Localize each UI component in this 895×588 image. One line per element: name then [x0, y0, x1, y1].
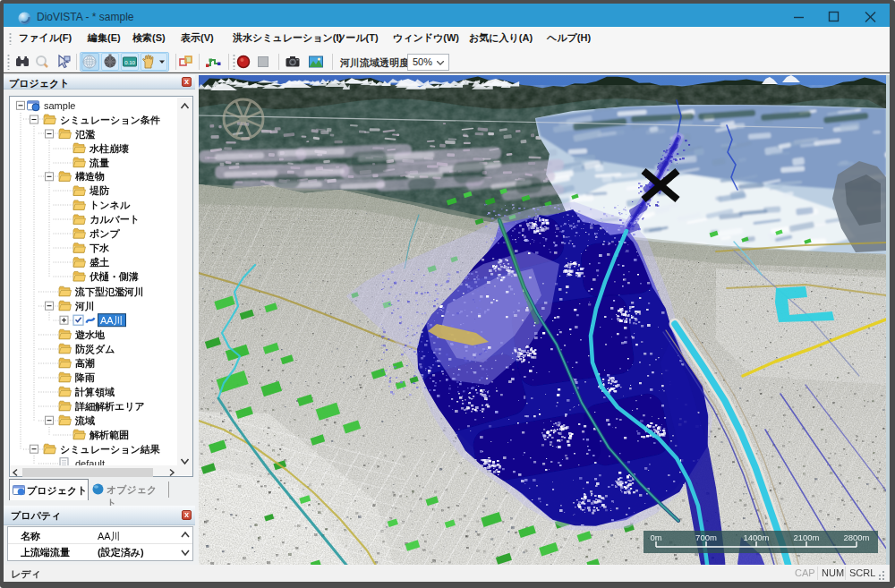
svg-text:伏樋・側溝: 伏樋・側溝 — [89, 271, 139, 282]
svg-text:防災ダム: 防災ダム — [75, 344, 115, 355]
svg-text:盛土: 盛土 — [90, 257, 109, 268]
svg-text:1400m: 1400m — [743, 533, 769, 542]
svg-text:700m: 700m — [695, 533, 717, 542]
svg-text:AA川: AA川 — [100, 315, 124, 326]
svg-text:構造物: 構造物 — [74, 171, 105, 182]
svg-text:水柱崩壊: 水柱崩壊 — [89, 143, 129, 154]
svg-text:詳細解析エリア: 詳細解析エリア — [74, 401, 145, 412]
svg-text:シミュレーション結果: シミュレーション結果 — [60, 444, 161, 455]
svg-text:流下型氾濫河川: 流下型氾濫河川 — [74, 286, 144, 297]
svg-text:sample: sample — [44, 100, 75, 111]
svg-text:降雨: 降雨 — [75, 372, 95, 383]
svg-text:計算領域: 計算領域 — [74, 387, 115, 398]
svg-text:流域: 流域 — [74, 415, 95, 426]
svg-text:高潮: 高潮 — [75, 358, 95, 369]
svg-text:遊水地: 遊水地 — [75, 329, 106, 340]
svg-text:カルバート: カルバート — [90, 214, 140, 225]
svg-text:0m: 0m — [650, 533, 661, 542]
svg-text:流量: 流量 — [89, 158, 109, 168]
svg-text:トンネル: トンネル — [90, 200, 131, 210]
svg-text:0.10: 0.10 — [124, 60, 135, 65]
svg-text:河川: 河川 — [74, 301, 95, 311]
svg-text:下水: 下水 — [90, 243, 110, 253]
svg-text:2800m: 2800m — [843, 533, 869, 542]
svg-text:ポンプ: ポンプ — [89, 228, 121, 239]
svg-text:氾濫: 氾濫 — [75, 129, 96, 140]
svg-text:2100m: 2100m — [793, 533, 819, 542]
svg-text:シミュレーション条件: シミュレーション条件 — [60, 115, 161, 125]
svg-text:堤防: 堤防 — [89, 185, 110, 196]
svg-text:解析範囲: 解析範囲 — [89, 430, 129, 440]
